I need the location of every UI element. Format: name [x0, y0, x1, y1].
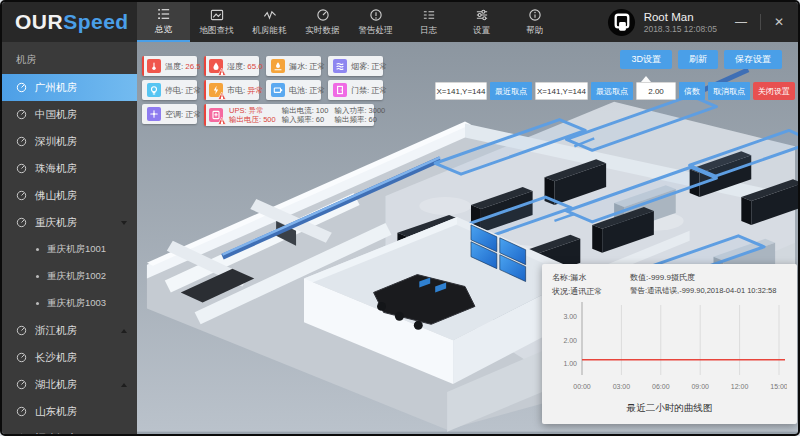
sidebar-item-chongqing-1001[interactable]: 重庆机房1001: [2, 236, 137, 263]
gauge-icon: [16, 325, 27, 336]
battery-icon: [271, 83, 285, 97]
view-toolbar: 3D设置 刷新 保存设置: [620, 50, 782, 69]
save-settings-button[interactable]: 保存设置: [724, 50, 782, 69]
sidebar-item-chongqing[interactable]: 重庆机房: [2, 209, 137, 236]
refresh-button[interactable]: 刷新: [678, 50, 718, 69]
room-sidebar: 机房 广州机房 中国机房 深圳机房 珠海机房 佛山机房: [2, 42, 137, 434]
tooltip-warning: 警告:通讯错误,-999.90,2018-04-01 10:32:58: [630, 286, 787, 297]
door-icon: [333, 83, 347, 97]
sidebar-item-hubei[interactable]: 湖北机房: [2, 371, 137, 398]
badge-battery: 电池:正常: [266, 80, 321, 100]
tab-energy[interactable]: 机房能耗: [243, 2, 296, 42]
room-label: 山东机房: [35, 405, 77, 419]
sidebar-item-shenzhen[interactable]: 深圳机房: [2, 128, 137, 155]
near-point-button[interactable]: 最近取点: [490, 82, 532, 100]
room-label: 重庆机房: [35, 216, 77, 230]
tab-realtime-data[interactable]: 实时数据: [296, 2, 349, 42]
room-label: 中国机房: [35, 108, 77, 122]
tab-label: 总览: [155, 24, 172, 36]
tab-label: 机房能耗: [253, 25, 287, 37]
badge-smoke: 烟雾:正常: [328, 56, 383, 76]
gauge-icon: [16, 406, 27, 417]
sidebar-item-shandong[interactable]: 山东机房: [2, 398, 137, 425]
tab-label: 日志: [420, 25, 437, 37]
bullet-icon: [36, 302, 39, 305]
3d-settings-button[interactable]: 3D设置: [620, 50, 672, 69]
multiplier-input[interactable]: [636, 82, 676, 100]
expand-arrow-icon[interactable]: [121, 329, 127, 333]
sidebar-item-changsha[interactable]: 长沙机房: [2, 344, 137, 371]
svg-text:06:00: 06:00: [652, 383, 670, 390]
overview-icon: [157, 7, 171, 21]
tab-label: 警告处理: [359, 25, 393, 37]
chart-title: 最近二小时的曲线图: [552, 402, 787, 415]
tab-overview[interactable]: 总览: [137, 2, 190, 42]
close-button[interactable]: ✕: [774, 16, 784, 28]
realtime-icon: [316, 8, 330, 22]
gauge-icon: [16, 190, 27, 201]
sidebar-item-chongqing-1003[interactable]: 重庆机房1003: [2, 290, 137, 317]
humidity-icon: [209, 59, 223, 73]
datetime: 2018.3.15 12:08:05: [644, 24, 717, 35]
tab-label: 地图查找: [200, 25, 234, 37]
tooltip-name: 名称:漏水: [552, 272, 630, 283]
lightning-icon: [209, 83, 223, 97]
room-label: 重庆机房1003: [47, 297, 106, 310]
minimize-button[interactable]: —: [735, 16, 747, 28]
gauge-icon: [16, 163, 27, 174]
sidebar-item-chongqing-1002[interactable]: 重庆机房1002: [2, 263, 137, 290]
room-label: 珠海机房: [35, 162, 77, 176]
svg-text:12:00: 12:00: [731, 383, 749, 390]
multiplier-button[interactable]: 倍数: [679, 82, 705, 100]
bullet-icon: [36, 248, 39, 251]
map-search-icon: [210, 8, 224, 22]
collapse-arrow-icon[interactable]: [121, 221, 127, 225]
tab-settings[interactable]: 设置: [455, 2, 508, 42]
sidebar-item-zhuhai[interactable]: 珠海机房: [2, 155, 137, 182]
badge-power-outage: 停电:正常: [142, 80, 197, 100]
user-name: Root Man: [644, 10, 717, 24]
sidebar-item-zhejiang[interactable]: 浙江机房: [2, 317, 137, 344]
tab-label: 设置: [473, 25, 490, 37]
controls-divider: [760, 14, 761, 30]
badge-temperature: 温度:26.5: [142, 56, 197, 76]
near-point-input[interactable]: [435, 82, 487, 100]
sidebar-item-guangzhou[interactable]: 广州机房: [2, 74, 137, 101]
brand-part1: OUR: [15, 10, 63, 34]
tab-map-search[interactable]: 地图查找: [190, 2, 243, 42]
sidebar-item-foshan[interactable]: 佛山机房: [2, 182, 137, 209]
brand-logo-icon: [607, 8, 636, 37]
fan-icon: [147, 107, 161, 121]
top-bar: OURSpeed 总览 地图查找 机房能耗: [2, 2, 798, 42]
svg-text:1.00: 1.00: [563, 360, 577, 367]
room-label: 广州机房: [35, 81, 77, 95]
room-label: 长沙机房: [35, 351, 77, 365]
badge-water-leak: 漏水:正常: [266, 56, 321, 76]
settings-icon: [475, 8, 489, 22]
tab-alert-handling[interactable]: 警告处理: [349, 2, 402, 42]
sidebar-item-zhongguo[interactable]: 中国机房: [2, 101, 137, 128]
close-settings-button[interactable]: 关闭设置: [753, 82, 795, 100]
badge-door-access: 门禁:正常: [328, 80, 383, 100]
tab-help[interactable]: 帮助: [508, 2, 561, 42]
badge-ups: UPS: 异常输出电压: 500 输出电流: 100输入频率: 60 输入功率:…: [204, 104, 374, 126]
cancel-point-button[interactable]: 取消取点: [708, 82, 750, 100]
bulb-icon: [147, 83, 161, 97]
sidebar-item-fujian[interactable]: 福建机房: [2, 425, 137, 434]
badge-mains-power: 市电:异常: [204, 80, 259, 100]
svg-text:00:00: 00:00: [573, 383, 591, 390]
gauge-icon: [16, 352, 27, 363]
svg-text:09:00: 09:00: [691, 383, 709, 390]
badge-air-conditioner: 空调:正常: [142, 104, 197, 124]
help-icon: [528, 8, 542, 22]
far-point-input[interactable]: [535, 82, 588, 100]
alarm-triangle-icon: [218, 92, 226, 100]
alert-icon: [369, 8, 383, 22]
bullet-icon: [36, 275, 39, 278]
coordinate-toolbar: 最近取点 最远取点 倍数 取消取点 关闭设置: [435, 82, 795, 100]
room-label: 浙江机房: [35, 324, 77, 338]
expand-arrow-icon[interactable]: [121, 383, 127, 387]
gauge-icon: [16, 82, 27, 93]
far-point-button[interactable]: 最远取点: [591, 82, 633, 100]
tab-log[interactable]: 日志: [402, 2, 455, 42]
